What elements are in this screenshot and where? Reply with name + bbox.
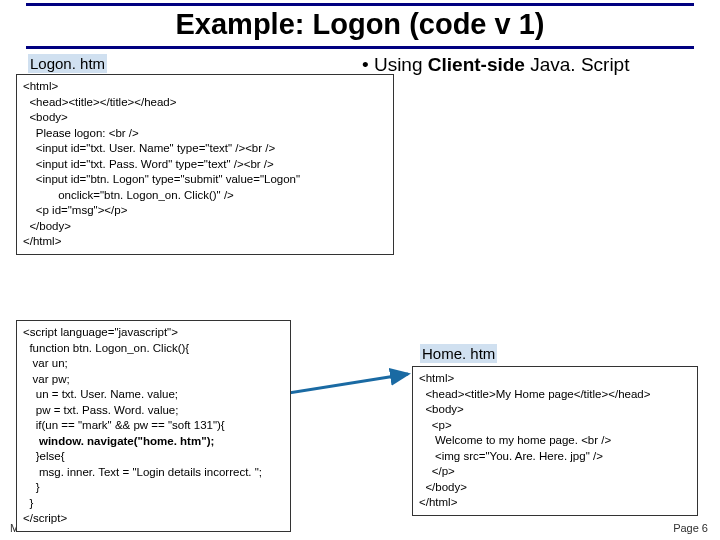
code-line: Welcome to my home page. <br /> bbox=[419, 433, 691, 449]
code-line: </script> bbox=[23, 511, 284, 527]
code-line: }else{ bbox=[23, 449, 284, 465]
code-line: <body> bbox=[419, 402, 691, 418]
code-line: msg. inner. Text = "Login details incorr… bbox=[23, 465, 284, 481]
bullet-prefix: • Using bbox=[362, 54, 428, 75]
slide: Example: Logon (code v 1) Logon. htm • U… bbox=[0, 0, 720, 540]
code-box-home-html: <html> <head><title>My Home page</title>… bbox=[412, 366, 698, 516]
code-line: pw = txt. Pass. Word. value; bbox=[23, 403, 284, 419]
code-line: function btn. Logon_on. Click(){ bbox=[23, 341, 284, 357]
code-line: <input id="btn. Logon" type="submit" val… bbox=[23, 172, 387, 188]
code-box-logon-script: <script language="javascript"> function … bbox=[16, 320, 291, 532]
slide-title: Example: Logon (code v 1) bbox=[0, 8, 720, 41]
code-line: <head><title>My Home page</title></head> bbox=[419, 387, 691, 403]
code-line: <img src="You. Are. Here. jpg" /> bbox=[419, 449, 691, 465]
code-line: <p> bbox=[419, 418, 691, 434]
code-line: Please logon: <br /> bbox=[23, 126, 387, 142]
code-line: } bbox=[23, 496, 284, 512]
code-line: </html> bbox=[23, 234, 387, 250]
code-line: </html> bbox=[419, 495, 691, 511]
label-logon-htm: Logon. htm bbox=[28, 54, 107, 73]
bullet-suffix: Java. Script bbox=[525, 54, 630, 75]
code-line: </p> bbox=[419, 464, 691, 480]
code-line-navigate: window. navigate("home. htm"); bbox=[23, 434, 284, 450]
top-border bbox=[26, 3, 694, 6]
code-line: </body> bbox=[23, 219, 387, 235]
bullet-client-side: • Using Client-side Java. Script bbox=[362, 54, 629, 76]
code-line: </body> bbox=[419, 480, 691, 496]
code-box-logon-html: <html> <head><title></title></head> <bod… bbox=[16, 74, 394, 255]
label-home-htm: Home. htm bbox=[420, 344, 497, 363]
code-line: <head><title></title></head> bbox=[23, 95, 387, 111]
code-line: var pw; bbox=[23, 372, 284, 388]
footer-page: Page 6 bbox=[673, 522, 708, 534]
code-line: <input id="txt. User. Name" type="text" … bbox=[23, 141, 387, 157]
code-line: <script language="javascript"> bbox=[23, 325, 284, 341]
code-line: } bbox=[23, 480, 284, 496]
code-line: <html> bbox=[23, 79, 387, 95]
code-line: var un; bbox=[23, 356, 284, 372]
code-line: <body> bbox=[23, 110, 387, 126]
bullet-bold: Client-side bbox=[428, 54, 525, 75]
code-line: <html> bbox=[419, 371, 691, 387]
code-line: <input id="txt. Pass. Word" type="text" … bbox=[23, 157, 387, 173]
code-line: <p id="msg"></p> bbox=[23, 203, 387, 219]
code-line: onclick="btn. Logon_on. Click()" /> bbox=[23, 188, 387, 204]
title-underline bbox=[26, 46, 694, 49]
code-line: if(un == "mark" && pw == "soft 131"){ bbox=[23, 418, 284, 434]
code-line: un = txt. User. Name. value; bbox=[23, 387, 284, 403]
